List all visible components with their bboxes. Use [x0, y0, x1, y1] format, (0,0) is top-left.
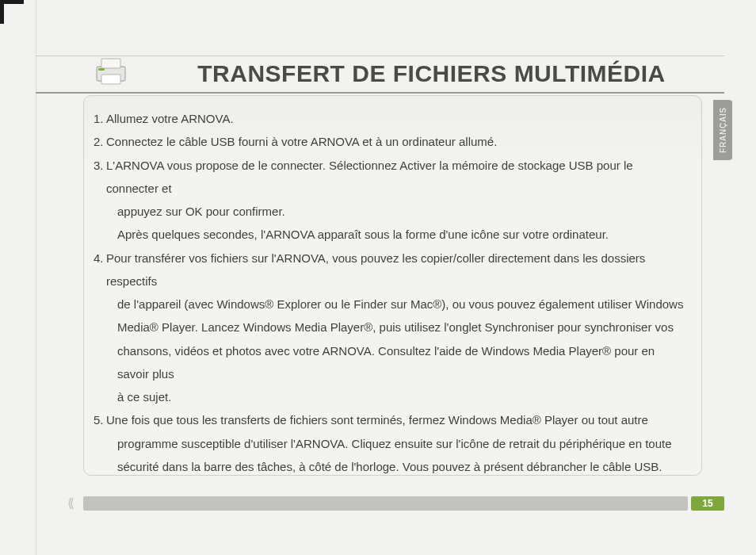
step-text: L'ARNOVA vous propose de le connecter. S…	[106, 154, 687, 247]
printer-icon	[83, 56, 139, 87]
step-number: 5.	[94, 408, 106, 478]
step-line: Allumez votre ARNOVA.	[106, 107, 687, 130]
step-line: chansons, vidéos et photos avec votre AR…	[106, 339, 687, 386]
step-line: appuyez sur OK pour confirmer.	[106, 200, 687, 223]
step-number: 1.	[94, 107, 106, 130]
svg-rect-1	[101, 59, 120, 68]
step-line: Pour transférer vos fichiers sur l'ARNOV…	[106, 247, 687, 293]
step-5: 5. Une fois que tous les transferts de f…	[94, 408, 687, 478]
step-line: L'ARNOVA vous propose de le connecter. S…	[106, 154, 687, 201]
step-line: Connectez le câble USB fourni à votre AR…	[106, 130, 687, 153]
step-text: Une fois que tous les transferts de fich…	[106, 408, 687, 478]
svg-rect-3	[98, 68, 105, 71]
manual-page: TRANSFERT DE FICHIERS MULTIMÉDIA 1. Allu…	[0, 0, 756, 555]
language-tab-francais: FRANÇAIS	[713, 100, 732, 160]
step-line: Media® Player. Lancez Windows Media Play…	[106, 316, 687, 339]
footer-progress-bar	[83, 496, 688, 511]
footer-bar: ⟪ 15	[67, 496, 724, 511]
instructions-panel: 1. Allumez votre ARNOVA. 2. Connectez le…	[83, 95, 702, 476]
step-4: 4. Pour transférer vos fichiers sur l'AR…	[94, 247, 687, 409]
step-number: 3.	[94, 154, 106, 247]
step-line: sécurité dans la barre des tâches, à côt…	[106, 455, 687, 478]
step-line: Une fois que tous les transferts de fich…	[106, 408, 687, 431]
step-line: de l'appareil (avec Windows® Explorer ou…	[106, 293, 687, 316]
step-line: programme susceptible d'utiliser l'ARNOV…	[106, 432, 687, 455]
page-title: TRANSFERT DE FICHIERS MULTIMÉDIA	[139, 60, 724, 87]
footer-ticks-icon: ⟪	[67, 496, 83, 511]
step-line: à ce sujet.	[106, 385, 687, 408]
step-2: 2. Connectez le câble USB fourni à votre…	[94, 130, 687, 153]
step-number: 2.	[94, 130, 106, 153]
step-3: 3. L'ARNOVA vous propose de le connecter…	[94, 154, 687, 247]
heading-block: TRANSFERT DE FICHIERS MULTIMÉDIA	[36, 56, 724, 94]
svg-rect-2	[101, 75, 120, 84]
step-1: 1. Allumez votre ARNOVA.	[94, 107, 687, 130]
page-number-badge: 15	[691, 496, 724, 511]
step-line: Après quelques secondes, l'ARNOVA appara…	[106, 223, 687, 246]
step-number: 4.	[94, 247, 106, 409]
step-text: Allumez votre ARNOVA.	[106, 107, 687, 130]
scan-edge-mark-horizontal	[0, 0, 24, 4]
step-text: Connectez le câble USB fourni à votre AR…	[106, 130, 687, 153]
step-text: Pour transférer vos fichiers sur l'ARNOV…	[106, 247, 687, 409]
